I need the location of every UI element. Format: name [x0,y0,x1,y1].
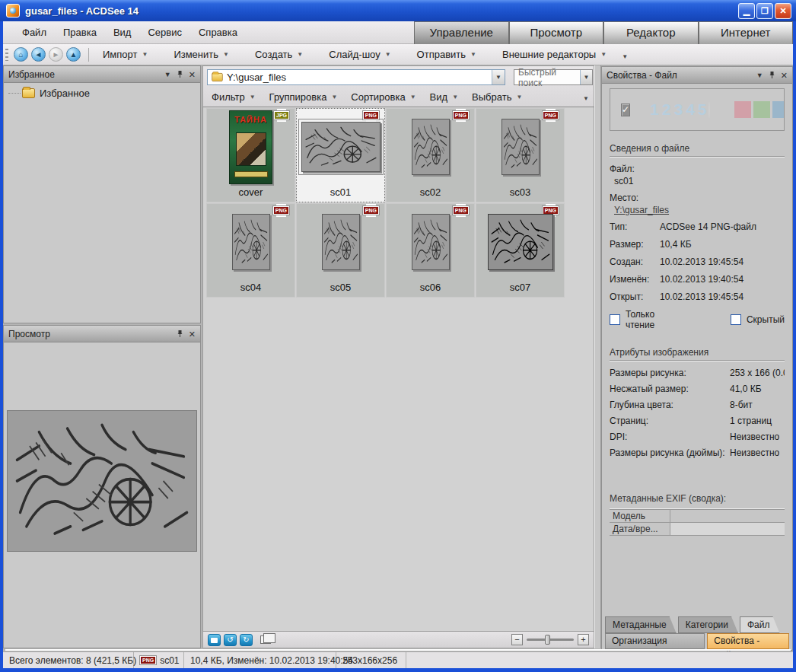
close-button[interactable]: ✕ [775,3,791,19]
tab-internet[interactable]: Интернет [699,21,794,44]
file-thumbnail[interactable] [322,214,360,270]
favorites-item-label: Избранное [40,88,90,99]
rating-3-button[interactable]: 3 [673,100,683,119]
readonly-checkbox[interactable] [610,314,620,325]
external-editors-button[interactable]: Внешние редакторы▼ [495,46,614,63]
file-thumbnail[interactable] [232,214,270,270]
pane-splitter[interactable] [594,65,601,648]
undo-icon[interactable]: ↺ [224,634,237,646]
organize-data-button[interactable]: Организация данных [605,633,705,649]
file-name-label: sc04 [240,280,261,297]
file-tile-cover[interactable]: JPG ТАЙНА cover [206,108,295,202]
menu-file[interactable]: Файл [14,24,55,41]
location-label: Место: [610,193,785,203]
close-icon[interactable]: ✕ [189,330,196,338]
tagged-checkbox[interactable]: ✓ [621,104,630,116]
slideshow-button[interactable]: Слайд-шоу▼ [321,46,398,63]
title-bar[interactable]: gusar_files - ACDSee 14 ▁ ❐ ✕ [0,0,796,21]
home-button[interactable]: ⌂ [14,47,28,62]
file-tile-sc04[interactable]: PNG sc04 [206,203,295,298]
file-tile-sc02[interactable]: PNG sc02 [386,108,475,202]
chevron-down-icon: ▼ [223,51,229,58]
filter-button[interactable]: Фильтр▼ [212,91,256,103]
toolbar-overflow-icon[interactable]: ▼ [622,49,628,60]
rating-5-button[interactable]: 5 [698,100,707,119]
tab-editor[interactable]: Редактор [603,21,699,44]
tab-manage[interactable]: Управление [414,21,509,44]
minimize-button[interactable]: ▁ [738,3,755,19]
zoom-out-button[interactable]: − [511,634,523,645]
file-thumbnail[interactable]: ТАЙНА [229,110,272,184]
image-basket-icon[interactable] [208,634,221,646]
favorites-tree-item[interactable]: Избранное [4,83,200,99]
tab-categories[interactable]: Категории [678,616,738,633]
panel-menu-icon[interactable]: ▼ [756,72,763,79]
file-tile-sc03[interactable]: PNG sc03 [476,108,565,202]
mode-tabs: Управление Просмотр Редактор Интернет [414,21,793,44]
close-icon[interactable]: ✕ [781,72,788,79]
color-label-blue[interactable] [772,101,785,118]
file-tile-sc07[interactable]: PNG sc07 [476,203,565,298]
color-label-red[interactable] [734,101,751,118]
hidden-checkbox[interactable] [731,314,741,325]
import-button[interactable]: Импорт▼ [95,46,155,63]
no-rating-icon[interactable] [708,102,710,118]
compare-windows-icon[interactable] [260,635,271,644]
toolbar-grip[interactable] [5,49,8,61]
path-input[interactable]: Y:\gusar_files ▼ [207,69,505,85]
file-tile-sc06[interactable]: PNG sc06 [386,203,475,298]
quick-search-dropdown-icon[interactable]: ▼ [580,70,592,84]
menu-edit[interactable]: Правка [55,24,105,41]
location-link[interactable]: Y:\gusar_files [614,205,669,215]
color-label-green[interactable] [753,101,770,118]
file-thumbnail[interactable] [301,122,380,172]
file-name-label: sc05 [330,280,351,297]
rating-4-button[interactable]: 4 [686,100,695,119]
menu-help[interactable]: Справка [190,24,246,41]
file-thumbnail[interactable] [412,119,450,175]
path-dropdown-icon[interactable]: ▼ [492,70,505,84]
rating-1-button[interactable]: 1 [650,100,659,119]
maximize-button[interactable]: ❐ [756,3,773,19]
properties-panel-header: Свойства - Файл ▼ ✕ [602,67,792,84]
zoom-slider-thumb[interactable] [545,635,550,645]
file-thumbnail[interactable] [488,214,553,270]
view-button[interactable]: Вид▼ [430,91,458,103]
sorting-button[interactable]: Сортировка▼ [351,91,416,103]
zoom-in-button[interactable]: + [578,634,589,645]
grouping-button[interactable]: Группировка▼ [269,91,338,103]
up-button[interactable]: ▲ [66,47,81,62]
tab-file[interactable]: Файл [740,616,780,633]
chevron-down-icon: ▼ [600,51,607,58]
filter-overflow-icon[interactable]: ▼ [583,95,589,102]
close-icon[interactable]: ✕ [189,71,196,78]
redo-icon[interactable]: ↻ [240,634,253,646]
quick-search-input[interactable]: Быстрый поиск ▼ [514,69,593,85]
rating-2-button[interactable]: 2 [662,100,671,119]
file-thumbnail[interactable] [412,214,450,270]
send-button[interactable]: Отправить▼ [409,46,484,63]
file-thumbnail[interactable] [501,119,540,175]
pin-icon[interactable] [769,71,775,79]
properties-body: ✓ 1 2 3 4 5 [602,84,792,616]
zoom-slider[interactable] [527,639,574,641]
back-button[interactable]: ◄ [31,47,46,62]
properties-file-button[interactable]: Свойства - Файл [707,633,789,649]
select-button[interactable]: Выбрать▼ [472,91,522,103]
chevron-down-icon: ▼ [516,94,522,100]
tab-view[interactable]: Просмотр [509,21,604,44]
pin-icon[interactable] [177,70,183,78]
property-row: Глубина цвета:8-бит [610,400,785,410]
forward-button[interactable]: ► [49,47,63,62]
menu-tools[interactable]: Сервис [139,24,190,41]
filter-bar: Фильтр▼ Группировка▼ Сортировка▼ Вид▼ Вы… [202,88,594,107]
file-list[interactable]: ▼ JPG ТАЙНА cover PNG sc01 PNG sc02 [202,107,594,632]
panel-menu-icon[interactable]: ▼ [164,71,171,78]
file-tile-sc05[interactable]: PNG sc05 [296,203,385,298]
pin-icon[interactable] [177,330,183,338]
menu-view[interactable]: Вид [105,24,140,41]
create-button[interactable]: Создать▼ [247,46,310,63]
tab-metadata[interactable]: Метаданные [605,616,677,633]
file-tile-sc01[interactable]: PNG sc01 [296,108,385,202]
modify-button[interactable]: Изменить▼ [166,46,237,63]
